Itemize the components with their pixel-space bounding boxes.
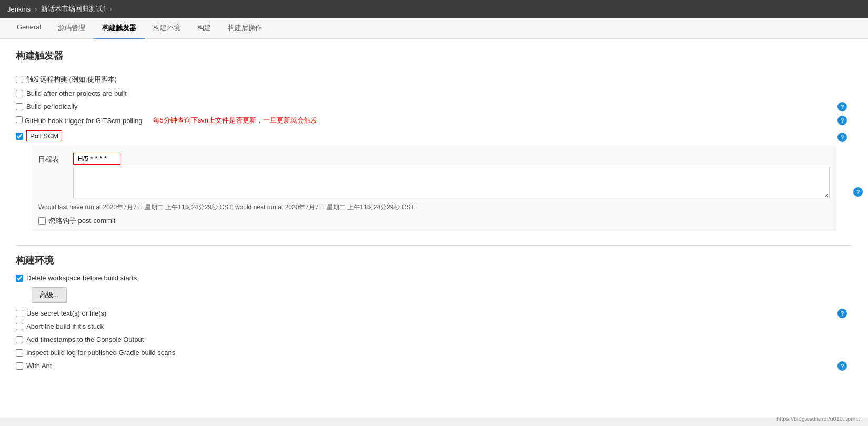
delete-workspace-checkbox[interactable] (16, 275, 23, 282)
page-content: 构建触发器 触发远程构建 (例如,使用脚本) Build after other… (0, 39, 868, 386)
main-content: General 源码管理 构建触发器 构建环境 构建 构建后操作 构建触发器 触… (0, 18, 868, 418)
abort-stuck-text: Abort the build if it's stuck (26, 322, 104, 330)
trigger-remote-row: 触发远程构建 (例如,使用脚本) (16, 75, 852, 84)
build-env-gradle-row: Inspect build log for published Gradle b… (16, 349, 852, 357)
build-env-secret-row: Use secret text(s) or file(s) ? (16, 309, 852, 317)
trigger-remote-checkbox[interactable] (16, 76, 23, 83)
help-schedule-icon[interactable]: ? (853, 187, 863, 197)
schedule-note: Would last have run at 2020年7月7日 星期二 上午1… (38, 203, 830, 212)
secret-text-checkbox[interactable] (16, 310, 23, 317)
advanced-button[interactable]: 高级... (32, 287, 67, 303)
tab-env[interactable]: 构建环境 (145, 18, 189, 39)
build-env-delete-row: Delete workspace before build starts (16, 274, 852, 282)
ant-text: With Ant (26, 362, 52, 370)
poll-scm-row: Poll SCM (16, 130, 62, 141)
trigger-after-other-row: Build after other projects are built (16, 89, 852, 97)
help-periodically-icon[interactable]: ? (837, 102, 847, 111)
comment-text: 每5分钟查询下svn上文件是否更新，一旦更新就会触发 (153, 116, 318, 125)
schedule-row: 日程表 (38, 153, 830, 200)
chevron-icon: › (110, 6, 112, 12)
schedule-label: 日程表 (38, 153, 65, 164)
abort-stuck-label[interactable]: Abort the build if it's stuck (16, 322, 104, 330)
timestamps-label[interactable]: Add timestamps to the Console Output (16, 336, 144, 343)
tabs-bar: General 源码管理 构建触发器 构建环境 构建 构建后操作 (0, 18, 868, 39)
poll-scm-label: Poll SCM (26, 130, 62, 141)
schedule-area: 日程表 Would last have run at 2020年7月7日 星期二… (32, 147, 836, 231)
build-env-title: 构建环境 (16, 254, 852, 267)
trigger-periodically-checkbox[interactable] (16, 103, 23, 110)
secret-text-label[interactable]: Use secret text(s) or file(s) (16, 309, 106, 317)
poll-scm-checkbox[interactable] (16, 133, 23, 140)
build-env-abort-row: Abort the build if it's stuck (16, 322, 852, 330)
tab-general[interactable]: General (8, 18, 49, 39)
trigger-github-label[interactable]: GitHub hook trigger for GITScm polling (16, 116, 143, 125)
help-secret-icon[interactable]: ? (837, 309, 847, 318)
trigger-after-other-checkbox[interactable] (16, 90, 23, 97)
gradle-label[interactable]: Inspect build log for published Gradle b… (16, 349, 175, 357)
ant-label[interactable]: With Ant (16, 362, 52, 370)
help-github-icon[interactable]: ? (837, 116, 847, 125)
skip-checkbox[interactable] (38, 217, 46, 225)
section-divider (16, 245, 852, 246)
help-pollscm-icon[interactable]: ? (837, 133, 847, 142)
trigger-periodically-text: Build periodically (26, 103, 78, 110)
abort-stuck-checkbox[interactable] (16, 323, 23, 330)
project-link[interactable]: 新话术市场回归测试1 (41, 4, 106, 14)
timestamps-text: Add timestamps to the Console Output (26, 336, 144, 343)
bottom-url: https://blog.csdn.net/u010...pml... (776, 415, 862, 418)
gradle-text: Inspect build log for published Gradle b… (26, 349, 175, 357)
schedule-input[interactable] (73, 153, 120, 165)
trigger-remote-label[interactable]: 触发远程构建 (例如,使用脚本) (16, 75, 117, 84)
trigger-periodically-label[interactable]: Build periodically (16, 103, 78, 110)
help-ant-icon[interactable]: ? (837, 361, 847, 371)
trigger-remote-text: 触发远程构建 (例如,使用脚本) (26, 75, 117, 84)
trigger-periodically-row: Build periodically ? (16, 103, 852, 110)
sep1: › (35, 5, 37, 13)
jenkins-link[interactable]: Jenkins (7, 5, 31, 13)
tab-source[interactable]: 源码管理 (49, 18, 94, 39)
timestamps-checkbox[interactable] (16, 336, 23, 343)
trigger-after-other-label[interactable]: Build after other projects are built (16, 89, 127, 97)
schedule-textarea[interactable] (73, 167, 830, 198)
delete-workspace-text: Delete workspace before build starts (26, 274, 137, 282)
top-bar: Jenkins › 新话术市场回归测试1 › (0, 0, 868, 18)
skip-row: 忽略钩子 post-commit (38, 216, 830, 226)
build-env-timestamps-row: Add timestamps to the Console Output (16, 336, 852, 343)
build-env-ant-row: With Ant ? (16, 362, 852, 370)
skip-label: 忽略钩子 post-commit (49, 216, 115, 226)
trigger-after-other-text: Build after other projects are built (26, 89, 127, 97)
tab-post[interactable]: 构建后操作 (219, 18, 270, 39)
delete-workspace-label[interactable]: Delete workspace before build starts (16, 274, 137, 282)
tab-build[interactable]: 构建 (189, 18, 219, 39)
trigger-github-text: GitHub hook trigger for GITScm polling (25, 117, 143, 125)
tab-triggers[interactable]: 构建触发器 (94, 18, 145, 39)
ant-checkbox[interactable] (16, 362, 23, 370)
secret-text-text: Use secret text(s) or file(s) (26, 309, 106, 317)
gradle-checkbox[interactable] (16, 349, 23, 357)
trigger-section-title: 构建触发器 (16, 49, 852, 66)
trigger-github-checkbox[interactable] (16, 116, 23, 123)
